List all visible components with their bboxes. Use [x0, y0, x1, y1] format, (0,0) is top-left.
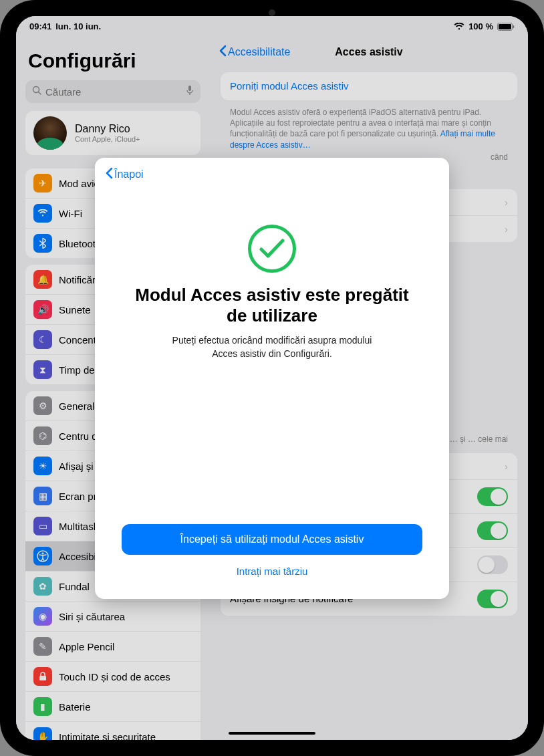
modal-title: Modul Acces asistiv este pregătit de uti…	[128, 285, 416, 326]
modal-back-button[interactable]: Înapoi	[106, 167, 438, 182]
enter-later-button[interactable]: Intrați mai târziu	[237, 565, 308, 577]
checkmark-icon	[248, 225, 296, 273]
screen: 09:41 lun. 10 iun. 100 % Configurări	[16, 16, 528, 740]
camera-notch	[269, 9, 275, 16]
ipad-device-frame: 09:41 lun. 10 iun. 100 % Configurări	[0, 0, 544, 756]
modal-sheet: Înapoi Modul Acces asistiv este pregătit…	[95, 158, 449, 599]
home-indicator[interactable]	[229, 732, 315, 735]
modal-description: Puteți efectua oricând modificări asupra…	[165, 334, 379, 360]
chevron-left-icon	[106, 167, 113, 182]
start-now-button[interactable]: Începeți să utilizați modul Acces asisti…	[122, 524, 422, 555]
